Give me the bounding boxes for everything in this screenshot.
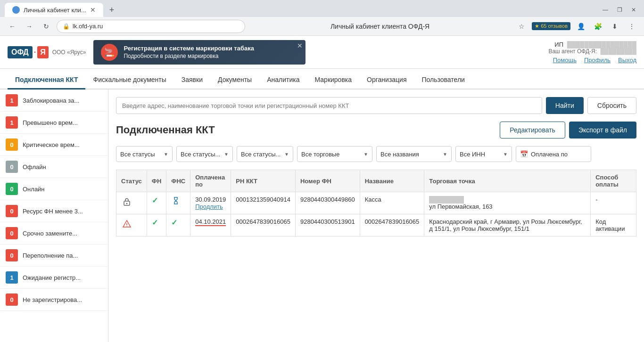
new-tab-button[interactable]: + — [105, 3, 118, 16]
nav-item-kkt[interactable]: Подключенная ККТ — [8, 71, 85, 90]
search-button[interactable]: Найти — [546, 97, 584, 114]
browser-actions: ☆ ★ 65 отзывов 👤 🧩 ⬇ ⋮ — [515, 20, 638, 33]
address-bar[interactable]: 🔒 lk.ofd-ya.ru — [57, 20, 245, 33]
sidebar-item-exceeded[interactable]: 1 Превышено врем... — [0, 112, 108, 134]
user-name: ИП ████████████████ — [548, 41, 636, 48]
sidebar-item-overflow[interactable]: 0 Переполнение па... — [0, 244, 108, 267]
profile-link[interactable]: Профиль — [584, 57, 611, 64]
back-button[interactable]: ← — [6, 20, 19, 33]
restore-button[interactable]: ❐ — [613, 3, 626, 16]
minimize-button[interactable]: — — [599, 3, 612, 16]
nav-item-docs[interactable]: Документы — [210, 71, 259, 90]
section-actions: Редактировать Экспорт в файл — [500, 122, 636, 138]
svg-point-1 — [126, 203, 128, 204]
ad-content: Регистрация в системе маркировки табака … — [124, 45, 254, 59]
logo-area: ОФД·Я ООО «Ярус» — [8, 46, 86, 58]
sidebar-item-unregistered[interactable]: 0 Не зарегистрирова... — [0, 289, 108, 311]
logo-ofd: ОФД — [8, 46, 33, 58]
badge-replace: 0 — [6, 227, 18, 239]
ad-icon: 🚬 — [101, 44, 118, 61]
col-paid: Оплаченапо — [190, 170, 231, 192]
badge-critical: 0 — [6, 138, 18, 151]
main-layout: 1 Заблокирована за... 1 Превышено врем..… — [0, 90, 644, 342]
tab-close-button[interactable]: ✕ — [90, 6, 96, 14]
sidebar-item-online[interactable]: 0 Онлайн — [0, 178, 108, 200]
nav-item-fiscal[interactable]: Фискальные документы — [85, 71, 173, 90]
badge-blocked: 1 — [6, 94, 18, 106]
sidebar-label-resource: Ресурс ФН менее 3... — [23, 208, 83, 215]
row2-fns: ✓ — [166, 214, 190, 236]
sidebar-label-overflow: Переполнение па... — [23, 252, 78, 259]
col-payment: Способоплаты — [591, 170, 636, 192]
row2-rn: 0002647839016065 — [231, 214, 296, 236]
chevron-status1: ▼ — [164, 152, 168, 157]
export-button[interactable]: Экспорт в файл — [569, 122, 636, 138]
sidebar-item-replace[interactable]: 0 Срочно замените... — [0, 222, 108, 244]
tab-title: Личный кабинет кли... — [24, 7, 86, 14]
kkt-table: Статус ФН ФНС Оплаченапо РН ККТ Номер ФН… — [116, 170, 636, 236]
filter-status1[interactable]: Все статусы ▼ — [116, 146, 173, 162]
account-button[interactable]: 👤 — [574, 20, 587, 33]
check-icon-fn2: ✓ — [152, 219, 158, 227]
table-container: Статус ФН ФНС Оплаченапо РН ККТ Номер ФН… — [116, 170, 636, 236]
bookmark-button[interactable]: ☆ — [515, 20, 528, 33]
row1-name: Касса — [360, 192, 424, 214]
chevron-status3: ▼ — [284, 152, 289, 157]
search-input[interactable] — [116, 97, 542, 114]
filter-status3[interactable]: Все статусы... ▼ — [237, 146, 293, 162]
sidebar-item-blocked[interactable]: 1 Заблокирована за... — [0, 90, 108, 112]
check-icon-fns2: ✓ — [171, 219, 177, 227]
header-links: Помощь Профиль Выход — [548, 57, 636, 64]
logo-company: ООО «Ярус» — [52, 49, 86, 56]
nav-item-users[interactable]: Пользователи — [414, 71, 472, 90]
col-address: Торговая точка — [424, 170, 591, 192]
nav-item-orders[interactable]: Заявки — [174, 71, 210, 90]
col-status: Статус — [116, 170, 147, 192]
close-window-button[interactable]: ✕ — [627, 3, 640, 16]
download-button[interactable]: ⬇ — [608, 20, 621, 33]
nav-item-marking[interactable]: Маркировка — [307, 71, 359, 90]
nav-item-analytics[interactable]: Аналитика — [259, 71, 307, 90]
badge-exceeded: 1 — [6, 116, 18, 129]
col-fn: ФН — [147, 170, 166, 192]
section-title: Подключенная ККТ — [116, 124, 215, 136]
ad-title: Регистрация в системе маркировки табака — [124, 45, 254, 52]
sidebar-label-waiting: Ожидание регистр... — [23, 274, 81, 281]
chevron-status2: ▼ — [224, 152, 229, 157]
active-tab[interactable]: Личный кабинет кли... ✕ — [5, 3, 103, 17]
reload-button[interactable]: ↻ — [40, 20, 53, 33]
row1-nomer: 9280440300449860 — [295, 192, 360, 214]
extend-link-1[interactable]: Продлить — [195, 203, 223, 210]
agent-row: Ваш агент ОФД-Я: █████████ — [548, 48, 636, 55]
user-ip-label: ИП — [554, 41, 563, 48]
help-link[interactable]: Помощь — [553, 57, 577, 64]
filter-inn[interactable]: Все ИНН ▼ — [455, 146, 512, 162]
col-fns: ФНС — [166, 170, 190, 192]
ad-banner[interactable]: 🚬 Регистрация в системе маркировки табак… — [93, 40, 305, 65]
reset-button[interactable]: Сбросить — [587, 97, 636, 114]
user-name-redacted: ████████████████ — [567, 41, 636, 48]
filter-trade[interactable]: Все торговые ▼ — [297, 146, 372, 162]
extensions-button[interactable]: 🧩 — [591, 20, 604, 33]
browser-chrome: Личный кабинет кли... ✕ + — ❐ ✕ ← → ↻ 🔒 … — [0, 0, 644, 36]
filter-date[interactable]: 📅 Оплачена по — [516, 146, 591, 162]
ad-close-button[interactable]: ✕ — [297, 42, 303, 49]
col-name: Название — [360, 170, 424, 192]
menu-button[interactable]: ⋮ — [625, 20, 638, 33]
edit-button[interactable]: Редактировать — [500, 122, 565, 138]
tab-favicon — [12, 6, 20, 14]
sidebar-item-critical[interactable]: 0 Критическое врем... — [0, 134, 108, 156]
row2-name: 0002647839016065 — [360, 214, 424, 236]
filter-names[interactable]: Все названия ▼ — [376, 146, 452, 162]
sidebar-item-offline[interactable]: 0 Офлайн — [0, 156, 108, 178]
logo-ya: Я — [37, 46, 49, 58]
sidebar-item-resource[interactable]: 0 Ресурс ФН менее 3... — [0, 200, 108, 222]
reviews-badge: ★ 65 отзывов — [532, 22, 570, 30]
content-area: Найти Сбросить Подключенная ККТ Редактир… — [108, 90, 644, 342]
sidebar-label-unregistered: Не зарегистрирова... — [23, 296, 82, 303]
sidebar-item-waiting[interactable]: 1 Ожидание регистр... — [0, 267, 108, 289]
nav-item-org[interactable]: Организация — [359, 71, 414, 90]
forward-button[interactable]: → — [23, 20, 36, 33]
filter-status2[interactable]: Все статусы... ▼ — [176, 146, 233, 162]
logout-link[interactable]: Выход — [618, 57, 636, 64]
